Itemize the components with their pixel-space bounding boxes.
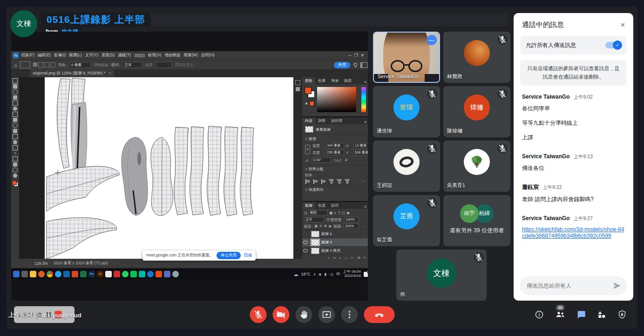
align-bottom-icon[interactable] bbox=[345, 179, 350, 184]
self-tile[interactable]: 文棟 你 bbox=[396, 249, 487, 301]
quick-select-tool-icon[interactable] bbox=[13, 95, 17, 100]
color-field[interactable] bbox=[317, 87, 356, 112]
ps-menu-edit[interactable]: 編輯(E) bbox=[38, 53, 51, 58]
meeting-details-icon[interactable] bbox=[534, 309, 544, 320]
tile-options-button[interactable]: ••• bbox=[427, 35, 437, 45]
camera-off-button[interactable] bbox=[272, 306, 289, 323]
ps-menu-filter[interactable]: 濾鏡(T) bbox=[118, 53, 131, 58]
premiere-icon[interactable] bbox=[164, 271, 170, 277]
height-value[interactable]: 255 像素 bbox=[325, 150, 344, 155]
filter-adjustment-icon[interactable]: ◐ bbox=[334, 211, 337, 215]
ps-restore-button[interactable]: ❐ bbox=[354, 53, 360, 58]
flip-vertical-icon[interactable]: ≚ bbox=[345, 158, 348, 162]
weather-icon[interactable]: ☁ bbox=[293, 272, 298, 277]
foreground-color-swatch[interactable] bbox=[12, 181, 17, 185]
filter-shape-icon[interactable]: ▢ bbox=[342, 211, 346, 215]
ps-menu-type[interactable]: 文字(Y) bbox=[85, 53, 98, 58]
document-tab[interactable]: origional.png @ 129% (圖層 9, RGB/8#) * × bbox=[30, 69, 114, 77]
visibility-toggle-empty[interactable] bbox=[302, 230, 309, 238]
constrain-link-icon[interactable]: 8 bbox=[305, 145, 310, 154]
marquee-tool-icon[interactable] bbox=[13, 84, 17, 88]
ps-search-icon[interactable]: Q bbox=[353, 62, 357, 67]
panel-menu-icon[interactable]: ≡ bbox=[364, 80, 368, 84]
lock-all-icon[interactable]: ◉ bbox=[329, 224, 332, 228]
firefox-icon[interactable] bbox=[38, 271, 45, 277]
settings-icon[interactable] bbox=[172, 271, 179, 277]
illustrator-taskbar-icon[interactable]: Ai bbox=[97, 271, 103, 277]
start-button-icon[interactable] bbox=[13, 271, 20, 277]
marquee-tool-chip[interactable] bbox=[20, 61, 30, 68]
hue-slider[interactable] bbox=[361, 87, 366, 112]
chat-toggle-icon[interactable] bbox=[576, 309, 586, 320]
style-select[interactable]: 正常 bbox=[122, 62, 142, 68]
width-input[interactable] bbox=[156, 62, 172, 68]
more-options-button[interactable] bbox=[341, 306, 358, 323]
lock-pixels-icon[interactable]: ✛ bbox=[319, 224, 322, 228]
filter-type-icon[interactable]: T bbox=[338, 211, 340, 215]
overflow-tile[interactable]: 佑宇 柏緯 還有另外 39 位使用者 bbox=[443, 195, 510, 246]
y-value[interactable]: 508 像素 bbox=[353, 150, 368, 155]
visibility-toggle-eye[interactable] bbox=[302, 247, 309, 255]
align-left-icon[interactable] bbox=[305, 179, 310, 184]
outlook-icon[interactable] bbox=[63, 271, 70, 277]
battery-tray-icon[interactable]: ▮ bbox=[325, 272, 326, 276]
ps-menu-select[interactable]: 選取(S) bbox=[102, 53, 115, 58]
panel-menu-icon[interactable]: ≡ bbox=[364, 204, 368, 209]
quick-actions-title[interactable]: 快速動作 bbox=[309, 188, 324, 192]
zoom-level[interactable]: 129.3% bbox=[34, 261, 48, 266]
ps-menu-help[interactable]: 說明(H) bbox=[201, 53, 215, 58]
present-screen-button[interactable] bbox=[318, 306, 335, 323]
mic-mute-button[interactable] bbox=[250, 306, 266, 323]
clone-tool-icon[interactable] bbox=[13, 123, 18, 128]
align-section-title[interactable]: 對齊分配 bbox=[309, 167, 324, 171]
powerpoint-icon[interactable] bbox=[72, 271, 78, 277]
ps-minimize-button[interactable]: ─ bbox=[348, 53, 354, 58]
host-controls-icon[interactable] bbox=[617, 309, 627, 320]
whatsapp-icon[interactable] bbox=[122, 271, 129, 277]
width-value[interactable]: 349 像素 bbox=[325, 143, 344, 148]
close-chat-icon[interactable]: × bbox=[621, 21, 625, 29]
teams-icon[interactable] bbox=[139, 271, 145, 277]
x-value[interactable]: 13 像素 bbox=[353, 143, 368, 148]
bluetooth-tray-icon[interactable]: ◈ bbox=[319, 272, 321, 276]
participant-tile-wu[interactable]: 吳美育1 bbox=[443, 141, 510, 192]
tab-adjustments[interactable]: 調整 bbox=[315, 117, 328, 124]
participant-tile-wang[interactable]: 王婷誼 bbox=[373, 141, 440, 192]
tab-gradients[interactable]: 漸層 bbox=[328, 77, 341, 84]
eyedropper-tool-icon[interactable] bbox=[13, 107, 17, 111]
photoshop-taskbar-icon[interactable]: Ps bbox=[88, 271, 95, 277]
align-top-icon[interactable] bbox=[329, 179, 334, 184]
heal-tool-icon[interactable] bbox=[13, 112, 18, 117]
chrome-icon[interactable] bbox=[47, 271, 53, 277]
task-view-icon[interactable] bbox=[21, 271, 28, 277]
hand-tool-icon[interactable] bbox=[13, 168, 18, 173]
ps-menu-layer[interactable]: 圖層(L) bbox=[69, 53, 81, 58]
ps-menu-plugins[interactable]: 增效模組 bbox=[164, 53, 180, 58]
line-icon[interactable] bbox=[130, 271, 137, 277]
file-explorer-icon[interactable] bbox=[30, 271, 36, 277]
type-tool-icon[interactable]: T bbox=[13, 151, 17, 155]
filter-pixel-icon[interactable]: ▣ bbox=[329, 211, 333, 215]
layer-filter-select[interactable]: 種類 bbox=[308, 210, 328, 215]
path-select-tool-icon[interactable] bbox=[13, 156, 18, 161]
transform-section-title[interactable]: 變形 bbox=[309, 137, 316, 141]
send-message-icon[interactable] bbox=[613, 282, 621, 290]
ime-indicator[interactable]: 中 bbox=[336, 271, 340, 277]
stop-sharing-button[interactable]: 停止共用 bbox=[217, 252, 241, 259]
taskbar-clock[interactable]: 上午 09:54 2022/5/16 bbox=[343, 270, 361, 278]
collapsed-panel-icon-1[interactable] bbox=[295, 80, 300, 85]
uploader-avatar[interactable]: 文棟 bbox=[10, 10, 37, 37]
align-right-icon[interactable] bbox=[321, 179, 326, 184]
eraser-tool-icon[interactable] bbox=[13, 129, 17, 133]
ps-menu-view[interactable]: 檢視(V) bbox=[148, 53, 161, 58]
fg-swatch[interactable] bbox=[305, 87, 312, 94]
home-icon[interactable]: ⌂ bbox=[14, 62, 17, 68]
lasso-tool-icon[interactable] bbox=[13, 89, 18, 94]
blur-tool-icon[interactable] bbox=[13, 140, 17, 144]
tab-patterns[interactable]: 圖樣 bbox=[341, 77, 354, 84]
move-tool-icon[interactable] bbox=[13, 78, 18, 83]
tab-libraries[interactable]: 資料庫 bbox=[328, 117, 345, 124]
end-call-button[interactable] bbox=[364, 306, 394, 323]
feather-input[interactable]: 0 像素 bbox=[69, 62, 91, 68]
antialias-checkbox[interactable]: 消除鋸齒 bbox=[94, 62, 108, 67]
